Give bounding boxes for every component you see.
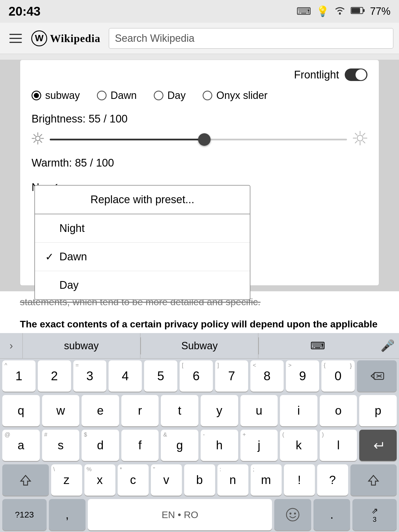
predictive-items: subway Subway ⌨	[23, 333, 376, 359]
brightness-max-icon	[353, 131, 367, 148]
svg-line-21	[355, 141, 357, 143]
key-space[interactable]: EN • RO	[88, 499, 272, 530]
dawn-label: Dawn	[59, 251, 87, 263]
key-n[interactable]: :n	[217, 464, 248, 496]
svg-line-12	[34, 141, 36, 142]
dropdown-item-dawn[interactable]: ✓ Dawn	[35, 243, 250, 271]
key-c[interactable]: *c	[118, 464, 149, 496]
search-box[interactable]: Search Wikipedia	[109, 28, 393, 49]
key-p[interactable]: p	[359, 395, 397, 426]
hamburger-menu-button[interactable]	[6, 28, 26, 48]
predictive-item-Subway[interactable]: Subway	[141, 333, 259, 359]
dropdown-item-day[interactable]: Day	[35, 271, 250, 299]
svg-point-0	[339, 13, 341, 14]
predictive-mic-button[interactable]: 🎤	[376, 339, 399, 352]
key-6[interactable]: [6	[180, 360, 213, 392]
frontlight-status-icon: 💡	[316, 5, 329, 17]
key-e[interactable]: e	[82, 395, 119, 426]
settings-panel: Frontlight subway Dawn Day Onyx slider	[20, 60, 379, 286]
key-h[interactable]: -h	[201, 430, 238, 461]
status-bar: 20:43 ⌨ 💡 77%	[0, 0, 399, 23]
svg-point-27	[294, 513, 296, 515]
hamburger-line-2	[9, 38, 22, 39]
radio-onyx[interactable]: Onyx slider	[203, 90, 267, 101]
key-9[interactable]: >9	[286, 360, 319, 392]
brightness-text: Brightness:	[32, 113, 89, 125]
key-f[interactable]: f	[121, 430, 159, 461]
key-arrow[interactable]: ⇗3	[352, 499, 397, 530]
brightness-slider-fill	[50, 139, 204, 140]
key-s[interactable]: #s	[42, 430, 80, 461]
key-period[interactable]: .	[313, 499, 350, 530]
key-4[interactable]: 4	[109, 360, 142, 392]
key-enter[interactable]	[359, 430, 397, 461]
key-k[interactable]: (k	[280, 430, 317, 461]
toggle-knob	[356, 69, 366, 80]
key-m[interactable]: ;m	[251, 464, 282, 496]
key-z[interactable]: \z	[51, 464, 82, 496]
radio-label-subway: subway	[45, 90, 80, 101]
keyboard-row-qwerty: q w e r t y u i o p	[0, 393, 399, 428]
key-a[interactable]: @a	[2, 430, 40, 461]
keyboard-row-asdf: @a #s $d f &g -h +j (k )l	[0, 428, 399, 463]
brightness-slider-track[interactable]	[50, 139, 347, 140]
key-5[interactable]: 5	[144, 360, 177, 392]
key-8[interactable]: <8	[250, 360, 284, 392]
key-1[interactable]: ^1	[2, 360, 36, 392]
warmth-label: Warmth: 85 / 100	[32, 157, 367, 169]
key-shift-left[interactable]	[2, 464, 49, 496]
key-d[interactable]: $d	[82, 430, 119, 461]
brightness-slider-thumb[interactable]	[198, 133, 211, 146]
radio-dawn[interactable]: Dawn	[97, 90, 137, 101]
predictive-kbd-icon[interactable]: ⌨	[259, 333, 376, 359]
main-area: Frontlight subway Dawn Day Onyx slider	[0, 60, 399, 352]
key-emoji[interactable]	[274, 499, 311, 530]
key-b[interactable]: b	[184, 464, 215, 496]
radio-row: subway Dawn Day Onyx slider	[32, 90, 367, 101]
svg-line-20	[363, 133, 365, 135]
key-7[interactable]: ]7	[215, 360, 248, 392]
key-3[interactable]: =3	[73, 360, 107, 392]
wikipedia-logo-text: Wikipedia	[50, 32, 100, 45]
key-y[interactable]: y	[201, 395, 238, 426]
key-u[interactable]: u	[240, 395, 278, 426]
frontlight-toggle[interactable]	[345, 68, 367, 81]
key-x[interactable]: %x	[84, 464, 115, 496]
radio-subway[interactable]: subway	[32, 90, 80, 101]
key-r[interactable]: r	[121, 395, 159, 426]
kbd-icon: ⌨	[310, 340, 325, 352]
key-q[interactable]: q	[2, 395, 40, 426]
dropdown-header[interactable]: Replace with preset...	[35, 186, 250, 214]
key-comma[interactable]: ,	[49, 499, 86, 530]
predictive-expand-button[interactable]: ›	[0, 333, 23, 359]
dropdown-item-night[interactable]: Night	[35, 214, 250, 243]
radio-circle-dawn	[97, 91, 107, 100]
svg-point-25	[286, 508, 299, 521]
key-g[interactable]: &g	[161, 430, 198, 461]
predictive-item-subway[interactable]: subway	[23, 333, 140, 359]
article-bold-text-area: The exact contents of a certain privacy …	[0, 313, 399, 335]
key-o[interactable]: o	[320, 395, 357, 426]
day-label: Day	[59, 279, 79, 291]
key-j[interactable]: +j	[240, 430, 278, 461]
key-w[interactable]: w	[42, 395, 80, 426]
hamburger-line-3	[9, 42, 22, 43]
key-l[interactable]: )l	[320, 430, 357, 461]
key-special[interactable]: ?123	[2, 499, 47, 530]
key-exclaim[interactable]: !	[284, 464, 315, 496]
arrow-label: ⇗	[371, 506, 378, 516]
key-shift-right[interactable]	[350, 464, 397, 496]
wikipedia-logo-circle: W	[31, 30, 47, 46]
key-question[interactable]: ?	[317, 464, 348, 496]
svg-line-9	[34, 134, 36, 136]
key-0[interactable]: {0}	[321, 360, 355, 392]
search-placeholder: Search Wikipedia	[115, 32, 194, 44]
key-2[interactable]: 2	[38, 360, 71, 392]
radio-label-onyx: Onyx slider	[216, 90, 267, 101]
key-delete[interactable]	[357, 360, 397, 392]
key-i[interactable]: i	[280, 395, 317, 426]
space-label: EN • RO	[162, 509, 198, 520]
key-v[interactable]: "v	[151, 464, 182, 496]
key-t[interactable]: t	[161, 395, 198, 426]
radio-day[interactable]: Day	[154, 90, 186, 101]
